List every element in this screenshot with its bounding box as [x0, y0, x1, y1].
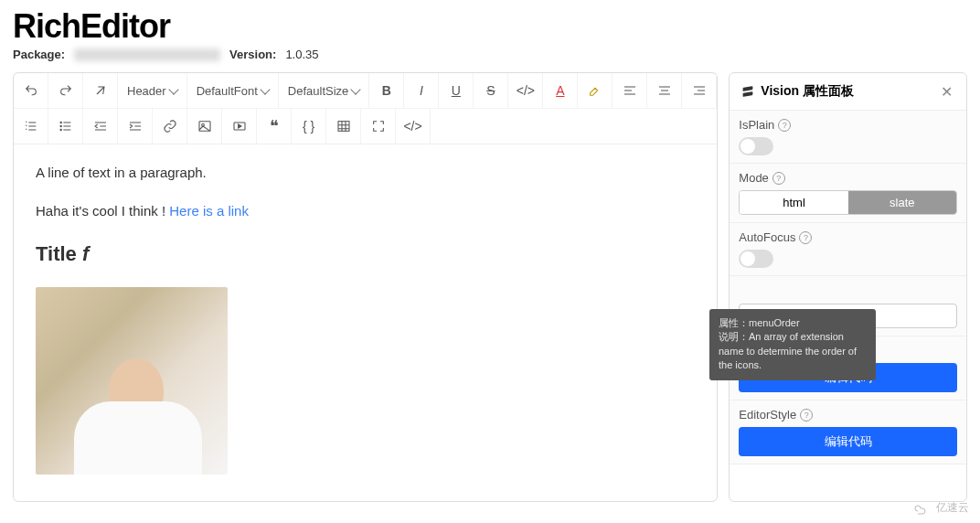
size-dropdown[interactable]: DefaultSize — [279, 73, 369, 108]
unordered-list-button[interactable] — [48, 109, 83, 144]
svg-point-2 — [60, 129, 61, 130]
clear-format-button[interactable] — [83, 73, 118, 108]
link-button[interactable] — [153, 109, 187, 144]
align-center-button[interactable] — [647, 73, 682, 108]
autofocus-toggle[interactable] — [739, 250, 773, 268]
table-button[interactable] — [326, 109, 361, 144]
italic-button[interactable]: I — [404, 73, 439, 108]
svg-rect-6 — [338, 122, 349, 132]
font-color-button[interactable]: A — [543, 73, 578, 108]
properties-panel: Vision 属性面板 ✕ IsPlain? Mode? html slate … — [729, 72, 967, 502]
toolbar: Header DefaultFont DefaultSize B I U S <… — [14, 73, 717, 144]
help-icon[interactable]: ? — [778, 119, 791, 132]
source-button[interactable]: </> — [396, 109, 431, 144]
edit-code-button[interactable]: 编辑代码 — [739, 427, 957, 456]
svg-point-0 — [60, 122, 61, 123]
app-title: RichEditor — [13, 7, 967, 46]
close-button[interactable]: ✕ — [937, 82, 955, 101]
help-icon[interactable]: ? — [772, 172, 785, 185]
underline-button[interactable]: U — [439, 73, 474, 108]
tooltip: 属性：menuOrder 说明：An array of extension na… — [709, 309, 876, 380]
font-dropdown[interactable]: DefaultFont — [187, 73, 279, 108]
chevron-down-icon — [260, 84, 270, 94]
editor-card: Header DefaultFont DefaultSize B I U S <… — [13, 72, 718, 502]
svg-point-1 — [60, 125, 61, 126]
header-dropdown[interactable]: Header — [118, 73, 187, 108]
prop-label-isplain: IsPlain — [739, 118, 774, 132]
mode-option-html[interactable]: html — [740, 191, 847, 214]
chevron-down-icon — [351, 84, 361, 94]
package-label: Package: — [13, 48, 65, 61]
ordered-list-button[interactable] — [14, 109, 48, 144]
paragraph: A line of text in a paragraph. — [36, 161, 695, 185]
strike-button[interactable]: S — [474, 73, 508, 108]
prop-label-editorstyle: EditorStyle — [739, 408, 796, 422]
prop-label-autofocus: AutoFocus — [739, 230, 795, 244]
bold-button[interactable]: B — [369, 73, 404, 108]
align-left-button[interactable] — [612, 73, 647, 108]
version-label: Version: — [229, 48, 276, 61]
outdent-button[interactable] — [83, 109, 118, 144]
panel-title: Vision 属性面板 — [761, 83, 854, 100]
isplain-toggle[interactable] — [739, 137, 773, 155]
align-right-button[interactable] — [682, 73, 717, 108]
highlight-button[interactable] — [578, 73, 612, 108]
mode-option-slate[interactable]: slate — [848, 191, 956, 214]
prop-label-mode: Mode — [739, 171, 769, 185]
fullscreen-button[interactable] — [361, 109, 396, 144]
image-button[interactable] — [187, 109, 222, 144]
mode-segmented: html slate — [739, 190, 957, 215]
codeblock-button[interactable]: { } — [292, 109, 326, 144]
code-button[interactable]: </> — [508, 73, 543, 108]
quote-button[interactable]: ❝ — [257, 109, 292, 144]
help-icon[interactable]: ? — [799, 231, 812, 244]
image-content[interactable] — [36, 287, 228, 475]
undo-button[interactable] — [14, 73, 48, 108]
video-button[interactable] — [222, 109, 257, 144]
package-value-blurred — [74, 48, 220, 61]
layers-icon — [740, 85, 755, 98]
editor-content[interactable]: A line of text in a paragraph. Haha it's… — [14, 144, 717, 491]
version-value: 1.0.35 — [285, 48, 318, 61]
help-icon[interactable]: ? — [800, 409, 813, 422]
link[interactable]: Here is a link — [169, 203, 249, 219]
heading: Title f — [36, 237, 695, 271]
indent-button[interactable] — [118, 109, 153, 144]
chevron-down-icon — [168, 84, 178, 94]
paragraph: Haha it's cool I think ! Here is a link — [36, 199, 695, 223]
redo-button[interactable] — [48, 73, 83, 108]
watermark: 亿速云 — [914, 500, 969, 516]
